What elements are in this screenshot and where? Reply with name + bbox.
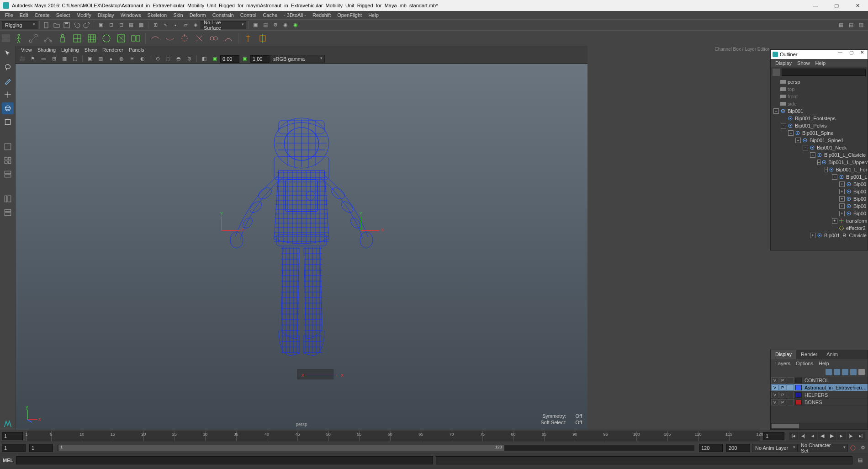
layer-playback-toggle[interactable]: P <box>779 392 786 398</box>
shelf-cluster-icon[interactable] <box>100 32 113 45</box>
outliner-item[interactable]: persp <box>771 78 868 85</box>
go-end-button[interactable]: ▸| <box>856 432 865 440</box>
snap-point-button[interactable]: • <box>170 20 180 30</box>
layer-visibility-toggle[interactable]: V <box>771 392 778 398</box>
prefs-button[interactable]: ⚙ <box>858 443 868 453</box>
layer-tab-display[interactable]: Display <box>771 350 796 359</box>
move-tool[interactable] <box>2 89 14 101</box>
menu-windows[interactable]: Windows <box>117 11 144 19</box>
maya-home-icon[interactable] <box>2 418 14 430</box>
step-back-button[interactable]: ◂ <box>808 432 817 440</box>
toggle-attribute-editor-button[interactable]: ▥ <box>856 20 866 30</box>
shelf-constraint5-icon[interactable] <box>207 32 221 45</box>
layer-menu-options[interactable]: Options <box>793 361 816 366</box>
outliner-item[interactable]: −Bip001_L_UpperArm <box>771 159 868 166</box>
menu-file[interactable]: File <box>2 11 16 19</box>
tree-toggle[interactable]: − <box>810 152 815 158</box>
range-min-field[interactable]: 1 <box>2 444 26 452</box>
edge-mode-button[interactable]: ⊟ <box>116 20 126 30</box>
outliner-item[interactable]: +transform <box>771 217 868 224</box>
layer-menu-layers[interactable]: Layers <box>773 361 793 366</box>
layout-two-button[interactable] <box>2 168 14 180</box>
layer-row[interactable]: VPCONTROL <box>771 377 868 384</box>
layer-row[interactable]: VPHELPERS <box>771 391 868 399</box>
outliner-item[interactable]: −Bip001_L_Clavicle <box>771 151 868 159</box>
outliner-item[interactable]: +Bip00 <box>771 188 868 195</box>
outliner-search-input[interactable] <box>782 69 866 76</box>
workspace-dropdown[interactable]: Rigging <box>2 21 37 29</box>
shelf-constraint6-icon[interactable] <box>222 32 235 45</box>
rotate-tool[interactable] <box>2 102 14 114</box>
panel-grid-icon[interactable]: ⊞ <box>49 54 59 64</box>
script-editor-button[interactable]: ▤ <box>855 455 865 465</box>
tree-toggle[interactable]: + <box>839 189 845 194</box>
tree-toggle[interactable]: − <box>817 160 820 165</box>
panel-menu-show[interactable]: Show <box>82 47 100 53</box>
outliner-item[interactable]: +Bip00 <box>771 195 868 203</box>
menu-display[interactable]: Display <box>95 11 117 19</box>
timeline-track[interactable]: 1510152025303540455055606570758085909510… <box>26 431 760 441</box>
layer-row[interactable]: VPBONES <box>771 399 868 406</box>
outliner-item[interactable]: −Bip001_L_Forearm <box>771 166 868 173</box>
panel-exposure-field[interactable]: 0.00 <box>220 55 239 63</box>
viewport-mesh[interactable] <box>210 111 393 368</box>
timeline-end-field[interactable]: 1 <box>763 432 784 440</box>
anim-layer-dropdown[interactable]: No Anim Layer <box>752 444 798 452</box>
layer-type-toggle[interactable] <box>787 377 794 384</box>
undo-button[interactable] <box>72 20 82 30</box>
toggle-channel-box-button[interactable]: ▤ <box>846 20 856 30</box>
shelf-bind-skin-icon[interactable] <box>56 32 69 45</box>
step-forward-button[interactable]: ▸ <box>837 432 846 440</box>
select-tool[interactable] <box>2 48 14 59</box>
layout-four-button[interactable] <box>2 155 14 166</box>
tree-toggle[interactable]: + <box>839 196 845 202</box>
panel-shaded-icon[interactable]: ● <box>106 54 116 64</box>
menu-help[interactable]: Help <box>365 11 382 19</box>
panel-isolate-icon[interactable]: ⊙ <box>153 54 163 64</box>
outliner-item[interactable]: −Bip001_Pelvis <box>771 122 868 129</box>
tree-toggle[interactable]: + <box>832 218 837 224</box>
menu-control[interactable]: Control <box>237 11 259 19</box>
play-forward-button[interactable]: ▶ <box>827 432 836 440</box>
shelf-constraint4-icon[interactable] <box>192 32 206 45</box>
live-surface-dropdown[interactable]: No Live Surface <box>201 21 246 29</box>
panel-menu-panels[interactable]: Panels <box>126 47 147 53</box>
outliner-item[interactable]: +Bip00 <box>771 203 868 210</box>
panel-select-icon[interactable]: ▣ <box>85 54 95 64</box>
autokey-button[interactable] <box>848 443 858 453</box>
panel-bookmark-icon[interactable]: ⚑ <box>28 54 38 64</box>
snap-plane-button[interactable]: ▱ <box>180 20 191 30</box>
panel-ao-icon[interactable]: ◓ <box>174 54 184 64</box>
outliner-item[interactable]: −Bip001_Spine1 <box>771 137 868 144</box>
menu-deform[interactable]: Deform <box>186 11 209 19</box>
panel-menu-renderer[interactable]: Renderer <box>100 47 126 53</box>
layer-row[interactable]: VPAstronaut_in_Extravehicular_Mobility_U… <box>771 384 868 391</box>
layer-refresh-icon[interactable] <box>858 369 865 375</box>
paint-select-tool[interactable] <box>2 75 14 87</box>
render-view-button[interactable]: ◉ <box>291 20 301 30</box>
minimize-button[interactable]: — <box>805 0 826 11</box>
close-button[interactable]: ✕ <box>847 0 868 11</box>
outliner-menu-show[interactable]: Show <box>794 60 813 66</box>
redo-button[interactable] <box>82 20 92 30</box>
menu-create[interactable]: Create <box>32 11 53 19</box>
menu--3dtoall-[interactable]: - 3DtoAll - <box>281 11 309 19</box>
tree-toggle[interactable]: − <box>825 167 828 172</box>
tree-toggle[interactable]: + <box>839 211 845 216</box>
range-end-field[interactable]: 120 <box>699 444 723 452</box>
range-slider-track[interactable]: 1 120 <box>58 445 694 451</box>
menu-skeleton[interactable]: Skeleton <box>144 11 170 19</box>
outliner-item[interactable]: −Bip001_Neck <box>771 144 868 151</box>
command-language-label[interactable]: MEL <box>3 458 13 463</box>
shelf-constraint3-icon[interactable] <box>178 32 191 45</box>
viewport[interactable]: Y X Y X X X persp Symmetry:Off Soft Sele… <box>16 64 587 430</box>
toggle-modeling-toolkit-button[interactable]: ▦ <box>836 20 846 30</box>
tree-toggle[interactable]: − <box>781 123 786 128</box>
object-mode-button[interactable]: ▩ <box>136 20 146 30</box>
range-max-field[interactable]: 200 <box>726 444 750 452</box>
shelf-lattice-icon[interactable] <box>85 32 99 45</box>
panel-textured-icon[interactable]: ◍ <box>116 54 127 64</box>
outliner-item[interactable]: −Bip001_Spine <box>771 129 868 137</box>
snap-live-button[interactable]: ◈ <box>191 20 201 30</box>
layer-playback-toggle[interactable]: P <box>779 384 786 391</box>
